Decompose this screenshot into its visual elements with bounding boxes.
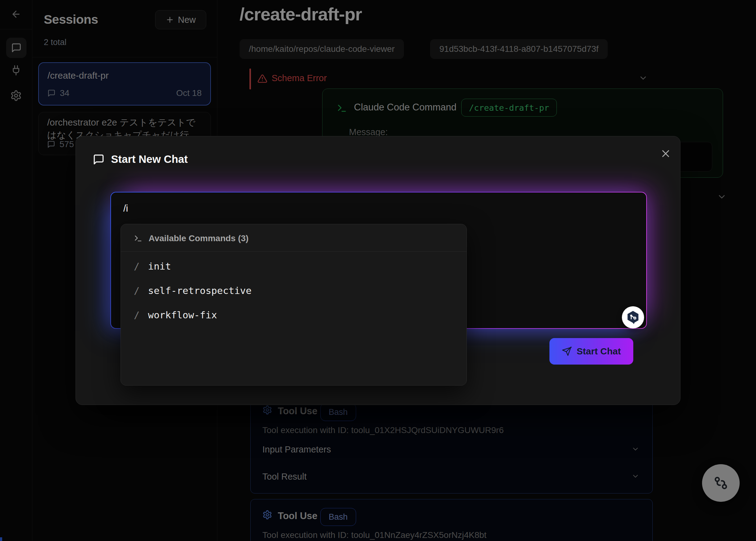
close-button[interactable]	[657, 145, 674, 162]
command-prefix: /	[134, 261, 148, 272]
start-chat-button-label: Start Chat	[576, 346, 621, 356]
send-icon	[562, 346, 571, 356]
extension-logo-badge[interactable]	[622, 306, 644, 328]
command-option-self-retrospective[interactable]: / self-retrospective	[121, 278, 467, 302]
start-new-chat-modal: Start New Chat /i Available Commands (3)	[76, 136, 680, 405]
app-screen: Sessions New 2 total /create-draft-pr 34…	[0, 0, 756, 541]
command-option-workflow-fix[interactable]: / workflow-fix	[121, 302, 467, 327]
close-icon	[660, 148, 671, 160]
share-hexagon-logo-icon	[626, 310, 640, 324]
modal-title: Start New Chat	[111, 153, 188, 165]
start-chat-button[interactable]: Start Chat	[550, 338, 633, 364]
command-name: init	[148, 261, 171, 272]
commands-dropdown-header: Available Commands (3)	[134, 234, 248, 244]
commands-dropdown-title: Available Commands (3)	[149, 234, 248, 244]
command-name: workflow-fix	[148, 309, 217, 320]
command-prefix: /	[134, 285, 148, 296]
command-option-init[interactable]: / init	[121, 254, 467, 278]
commands-dropdown: Available Commands (3) / init / self-ret…	[121, 224, 467, 385]
command-prefix: /	[134, 309, 148, 320]
chat-bubble-icon	[93, 154, 105, 165]
command-name: self-retrospective	[148, 285, 251, 296]
terminal-icon	[134, 234, 143, 243]
dropdown-divider	[121, 252, 467, 252]
